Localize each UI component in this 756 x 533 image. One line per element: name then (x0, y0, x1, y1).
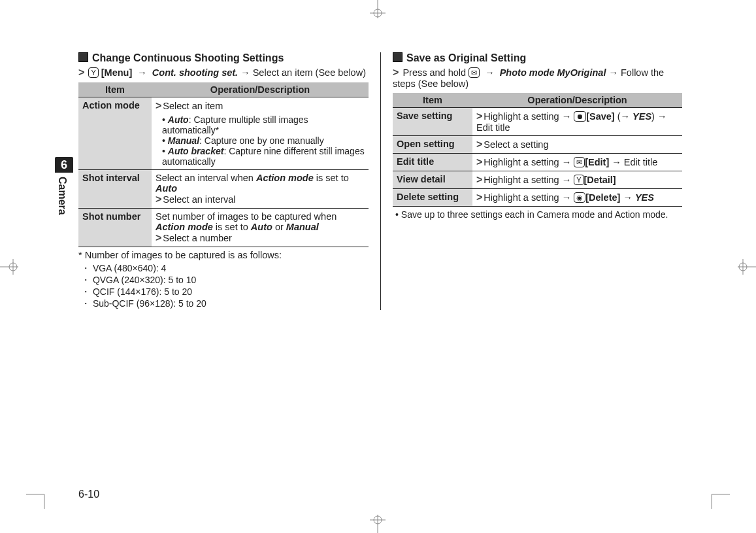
reg-mark-top (366, 0, 389, 24)
row-desc: >Highlight a setting → ✉[Edit] → Edit ti… (472, 154, 682, 171)
row-item: View detail (393, 171, 472, 189)
menu-option: Photo mode MyOriginal (500, 67, 606, 78)
heading-square-icon (393, 52, 403, 62)
row-item: Save setting (393, 108, 472, 136)
chevron-icon: > (156, 232, 161, 243)
chevron-icon: > (476, 192, 482, 203)
reg-mark-left (0, 255, 24, 279)
right-heading-text: Save as Original Setting (406, 52, 526, 63)
footnote-list: VGA (480×640): 4 QVGA (240×320): 5 to 10… (78, 263, 369, 310)
row-item: Delete setting (393, 189, 472, 207)
left-heading-text: Change Continuous Shooting Settings (92, 52, 284, 63)
chapter-tab: 6 Camera (55, 157, 73, 215)
chevron-icon: > (476, 174, 482, 185)
row-desc: Set number of images to be captured when… (152, 209, 369, 247)
table-header-row: Item Operation/Description (78, 82, 369, 97)
row-desc: >Highlight a setting → ◉[Delete] → YES (472, 189, 682, 207)
right-intro: > Press and hold ✉ → Photo mode MyOrigin… (393, 67, 682, 89)
table-row: Action mode >Select an item Auto: Captur… (78, 97, 369, 170)
reg-mark-right (732, 255, 756, 279)
row-item: Shot number (78, 209, 152, 247)
row-item: Open setting (393, 136, 472, 154)
list-item: Save up to three settings each in Camera… (393, 209, 682, 220)
list-item: QCIF (144×176): 5 to 20 (78, 286, 369, 298)
left-footnote: * Number of images to be captured is as … (78, 250, 369, 310)
row-desc: >Select a setting (472, 136, 682, 154)
content-columns: Change Continuous Shooting Settings > Y … (78, 52, 697, 310)
menu-option: Cont. shooting set. (152, 67, 238, 78)
list-item: Sub-QCIF (96×128): 5 to 20 (78, 298, 369, 310)
softkey-y-icon: Y (574, 175, 583, 185)
table-row: Shot interval Select an interval when Ac… (78, 170, 369, 209)
row-desc: Select an interval when Action mode is s… (152, 170, 369, 209)
crop-br (704, 483, 730, 509)
table-row: Open setting >Select a setting (393, 136, 682, 154)
col-desc-header: Operation/Description (152, 82, 369, 97)
page: 6 Camera Change Continuous Shooting Sett… (0, 0, 756, 533)
table-row: Shot number Set number of images to be c… (78, 209, 369, 247)
intro-tail: → Select an item (See below) (240, 67, 366, 78)
right-heading: Save as Original Setting (393, 52, 682, 64)
chevron-icon: > (393, 67, 399, 78)
table-row: View detail >Highlight a setting → Y[Det… (393, 171, 682, 189)
row-desc: >Select an item Auto: Capture multiple s… (152, 97, 369, 170)
row-desc: >Highlight a setting → ⏺[Save] (→ YES) →… (472, 108, 682, 136)
menu-label: [Menu] (101, 67, 133, 78)
chevron-icon: > (156, 194, 161, 205)
heading-square-icon (78, 52, 88, 62)
softkey-mail-icon: ✉ (468, 67, 480, 78)
bullet-list: Auto: Capture multiple still images auto… (159, 114, 365, 167)
chapter-number: 6 (55, 157, 73, 173)
right-column: Save as Original Setting > Press and hol… (380, 52, 682, 310)
col-item-header: Item (393, 93, 472, 108)
row-desc: >Highlight a setting → Y[Detail] (472, 171, 682, 189)
right-note-list: Save up to three settings each in Camera… (393, 209, 682, 220)
chevron-icon: > (78, 67, 84, 78)
arrow-icon: → (485, 67, 495, 78)
row-item: Action mode (78, 97, 152, 170)
chevron-icon: > (476, 156, 482, 167)
footnote-lead: * Number of images to be captured is as … (78, 250, 369, 260)
crop-bl (26, 483, 52, 509)
softkey-camera-icon: ◉ (574, 192, 585, 203)
softkey-icon: ⏺ (574, 111, 586, 122)
page-number: 6-10 (78, 489, 99, 500)
left-intro: > Y [Menu] → Cont. shooting set. → Selec… (78, 67, 369, 78)
list-item: VGA (480×640): 4 (78, 263, 369, 275)
intro-lead: Press and hold (403, 67, 468, 78)
chapter-label: Camera (55, 177, 68, 215)
left-column: Change Continuous Shooting Settings > Y … (78, 52, 380, 310)
col-desc-header: Operation/Description (472, 93, 682, 108)
right-table: Item Operation/Description Save setting … (393, 93, 682, 207)
chevron-icon: > (476, 111, 482, 122)
left-table: Item Operation/Description Action mode >… (78, 82, 369, 247)
text: Select an item (163, 101, 223, 111)
reg-mark-bottom (366, 509, 389, 533)
row-item: Edit title (393, 154, 472, 171)
col-item-header: Item (78, 82, 152, 97)
left-heading: Change Continuous Shooting Settings (78, 52, 369, 64)
table-header-row: Item Operation/Description (393, 93, 682, 108)
arrow-icon: → (137, 67, 147, 78)
chevron-icon: > (156, 100, 161, 111)
list-item: Auto bracket: Capture nine different sti… (159, 146, 365, 167)
table-row: Edit title >Highlight a setting → ✉[Edit… (393, 154, 682, 171)
list-item: QVGA (240×320): 5 to 10 (78, 275, 369, 286)
softkey-mail-icon: ✉ (574, 157, 585, 167)
list-item: Manual: Capture one by one manually (159, 135, 365, 146)
table-row: Save setting >Highlight a setting → ⏺[Sa… (393, 108, 682, 136)
table-row: Delete setting >Highlight a setting → ◉[… (393, 189, 682, 207)
list-item: Auto: Capture multiple still images auto… (159, 114, 365, 135)
row-item: Shot interval (78, 170, 152, 209)
chevron-icon: > (476, 139, 482, 150)
softkey-y-icon: Y (88, 67, 98, 78)
